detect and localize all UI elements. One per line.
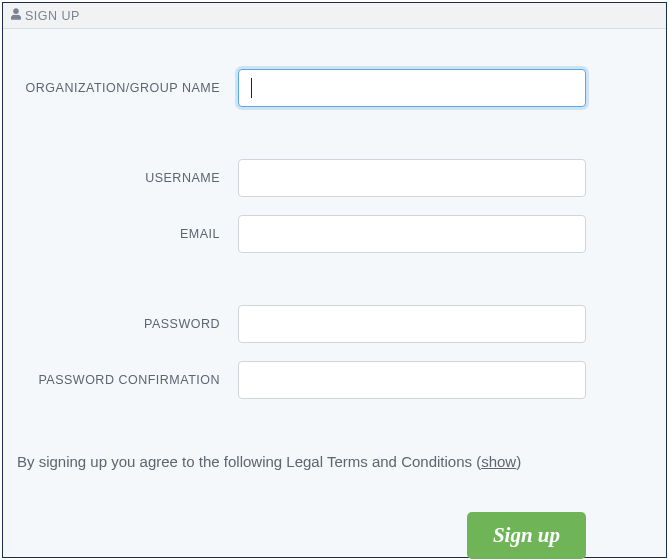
username-row: USERNAME xyxy=(13,159,586,197)
text-cursor xyxy=(251,78,252,98)
panel-title: SIGN UP xyxy=(25,9,80,23)
signup-button[interactable]: Sign up xyxy=(467,512,586,559)
password-confirm-input[interactable] xyxy=(238,361,586,399)
email-input[interactable] xyxy=(238,215,586,253)
button-row: Sign up xyxy=(13,512,586,559)
email-row: EMAIL xyxy=(13,215,586,253)
terms-suffix: ) xyxy=(516,453,521,470)
signup-panel: SIGN UP ORGANIZATION/GROUP NAME USERNAME… xyxy=(2,2,667,558)
password-confirm-label: PASSWORD CONFIRMATION xyxy=(13,373,238,387)
password-row: PASSWORD xyxy=(13,305,586,343)
email-label: EMAIL xyxy=(13,227,238,241)
terms-text: By signing up you agree to the following… xyxy=(13,453,586,470)
username-input[interactable] xyxy=(238,159,586,197)
terms-show-link[interactable]: show xyxy=(481,453,516,470)
password-input[interactable] xyxy=(238,305,586,343)
user-icon xyxy=(11,8,21,23)
username-label: USERNAME xyxy=(13,171,238,185)
panel-body: ORGANIZATION/GROUP NAME USERNAME EMAIL P… xyxy=(3,29,666,560)
password-label: PASSWORD xyxy=(13,317,238,331)
org-row: ORGANIZATION/GROUP NAME xyxy=(13,69,586,107)
org-input[interactable] xyxy=(238,69,586,107)
password-confirm-row: PASSWORD CONFIRMATION xyxy=(13,361,586,399)
terms-prefix: By signing up you agree to the following… xyxy=(17,453,481,470)
org-label: ORGANIZATION/GROUP NAME xyxy=(13,81,238,95)
panel-header: SIGN UP xyxy=(3,3,666,29)
